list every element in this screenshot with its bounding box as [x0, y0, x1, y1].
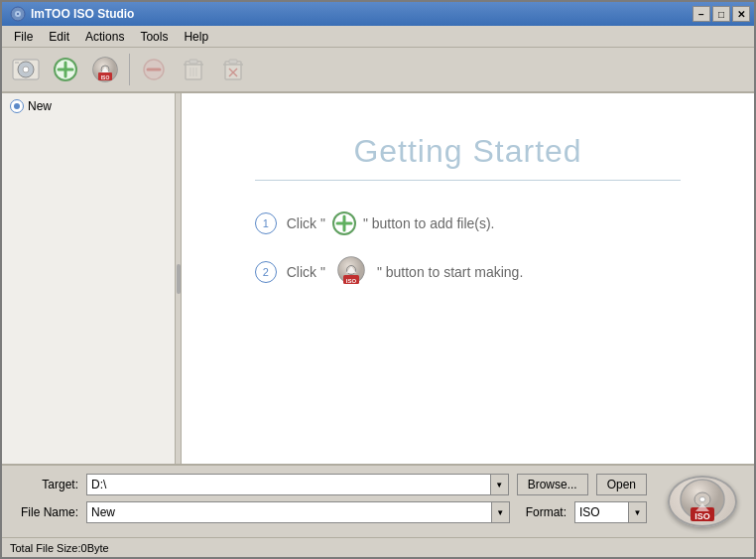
format-input[interactable] — [574, 501, 629, 523]
titlebar-left: ImTOO ISO Studio — [10, 6, 134, 22]
step-1-text: Click " " button to add file(s). — [287, 210, 495, 236]
toolbar: ISO — [2, 48, 754, 93]
divider-line — [255, 180, 682, 181]
filename-dropdown-arrow[interactable]: ▼ — [492, 501, 510, 523]
step-1-pre: Click " — [287, 215, 325, 231]
make-iso-disc-icon: ISO — [675, 478, 730, 525]
sidebar-item-label: New — [28, 99, 52, 113]
menu-edit[interactable]: Edit — [41, 28, 77, 46]
svg-line-29 — [229, 69, 237, 76]
target-label: Target: — [14, 478, 78, 491]
filename-row: File Name: ▼ Format: ▼ — [14, 501, 647, 523]
target-input[interactable] — [86, 474, 491, 495]
step-1-post: " button to add file(s). — [363, 215, 495, 231]
clear-icon — [180, 56, 207, 83]
format-input-wrap: ▼ — [574, 501, 647, 523]
sidebar-item-icon — [10, 99, 24, 113]
svg-point-13 — [101, 66, 109, 73]
svg-point-8 — [55, 59, 76, 80]
make-iso-inline-icon: ISO — [331, 256, 371, 288]
close-button[interactable]: ✕ — [732, 6, 750, 22]
resizer-handle — [177, 264, 181, 294]
instruction-row-2: 2 Click " — [255, 256, 682, 288]
main-window: ImTOO ISO Studio − □ ✕ File Edit Actions… — [0, 0, 756, 559]
svg-rect-19 — [186, 62, 201, 79]
svg-rect-25 — [225, 62, 241, 79]
svg-point-7 — [55, 59, 76, 80]
step-2-circle: 2 — [255, 261, 277, 283]
target-dropdown-arrow[interactable]: ▼ — [491, 474, 509, 495]
add-files-button[interactable] — [48, 53, 83, 86]
step-2-pre: Click " — [287, 264, 325, 280]
menu-help[interactable]: Help — [176, 28, 216, 46]
svg-rect-3 — [13, 60, 39, 79]
svg-point-41 — [699, 497, 705, 502]
titlebar: ImTOO ISO Studio − □ ✕ — [2, 2, 754, 26]
svg-point-2 — [17, 13, 19, 15]
menu-tools[interactable]: Tools — [132, 28, 176, 46]
filename-input-wrap: ▼ — [86, 501, 510, 523]
remove-icon — [140, 56, 168, 83]
make-iso-disc-button[interactable]: ISO — [668, 476, 737, 527]
content-area: Getting Started 1 Click " " — [182, 93, 754, 464]
make-btn-area: ISO — [663, 474, 742, 529]
svg-text:ISO: ISO — [694, 511, 710, 521]
step-2-text: Click " — [287, 256, 524, 288]
target-row: Target: ▼ Browse... Open — [14, 474, 647, 495]
instruction-row-1: 1 Click " " button to add file(s). — [255, 210, 682, 236]
app-icon — [10, 6, 26, 22]
add-files-inline-icon — [331, 210, 357, 236]
delete-icon — [219, 56, 247, 83]
step-2-post: " button to start making. — [377, 264, 523, 280]
menu-file[interactable]: File — [6, 28, 41, 46]
getting-started-title: Getting Started — [353, 133, 581, 170]
new-disc-button[interactable] — [8, 53, 44, 86]
browse-button[interactable]: Browse... — [517, 474, 588, 495]
make-iso-icon: ISO — [88, 55, 122, 84]
svg-point-5 — [23, 67, 29, 72]
svg-line-28 — [229, 69, 237, 76]
filename-label: File Name: — [14, 505, 78, 519]
svg-text:ISO: ISO — [101, 74, 110, 80]
maximize-button[interactable]: □ — [712, 6, 730, 22]
open-button[interactable]: Open — [596, 474, 647, 495]
svg-rect-27 — [229, 60, 237, 64]
svg-text:ISO: ISO — [346, 278, 357, 284]
delete-button[interactable] — [215, 53, 251, 86]
status-bar: Total File Size:0Byte — [2, 537, 754, 557]
disc-icon — [11, 55, 41, 84]
menubar: File Edit Actions Tools Help — [2, 26, 754, 48]
svg-point-4 — [18, 62, 34, 77]
sidebar: New — [2, 93, 176, 464]
svg-rect-14 — [98, 72, 112, 80]
svg-marker-16 — [101, 67, 109, 72]
filename-input[interactable] — [86, 501, 492, 523]
step-2-number: 2 — [263, 266, 269, 278]
menu-actions[interactable]: Actions — [77, 28, 132, 46]
step-1-circle: 1 — [255, 212, 277, 234]
svg-rect-21 — [189, 60, 197, 64]
minimize-button[interactable]: − — [693, 6, 710, 22]
format-label: Format: — [526, 505, 567, 519]
svg-point-11 — [93, 58, 117, 81]
add-files-icon — [51, 55, 80, 84]
sidebar-item-new[interactable]: New — [4, 97, 173, 115]
toolbar-separator-1 — [129, 54, 130, 85]
target-input-wrap: ▼ — [86, 474, 509, 495]
svg-point-17 — [144, 60, 164, 79]
status-text: Total File Size:0Byte — [10, 542, 109, 554]
clear-button[interactable] — [176, 53, 211, 86]
make-iso-button[interactable]: ISO — [87, 53, 123, 86]
app-title: ImTOO ISO Studio — [31, 7, 134, 21]
main-area: New Getting Started 1 Click " — [2, 93, 754, 464]
format-dropdown-arrow[interactable]: ▼ — [629, 501, 647, 523]
bottom-panel: Target: ▼ Browse... Open File Name: ▼ F — [2, 464, 754, 537]
remove-button[interactable] — [136, 53, 172, 86]
step-1-number: 1 — [263, 217, 269, 229]
svg-point-12 — [93, 58, 117, 81]
titlebar-controls: − □ ✕ — [693, 6, 750, 22]
